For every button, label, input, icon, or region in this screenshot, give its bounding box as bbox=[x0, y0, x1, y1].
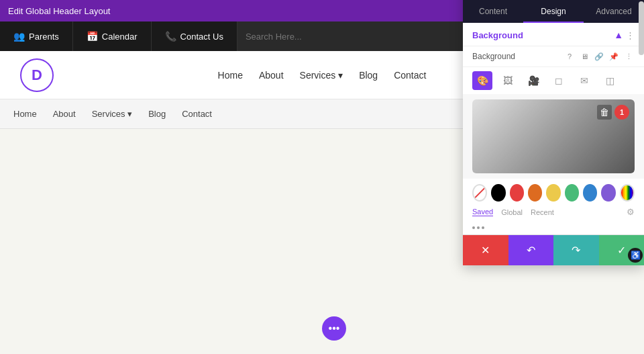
more-dots-row bbox=[463, 224, 644, 234]
second-nav-about[interactable]: About bbox=[53, 109, 76, 119]
page-nav-home[interactable]: Home bbox=[210, 67, 251, 83]
panel-body: Background ▲ ⋮ Background ? 🖥 🔗 📌 ⋮ bbox=[463, 23, 644, 265]
background-section-title: Background bbox=[472, 30, 523, 40]
parents-icon: 👥 bbox=[13, 31, 25, 42]
page-nav-blog[interactable]: Blog bbox=[351, 67, 386, 83]
phone-icon: 📞 bbox=[165, 31, 176, 42]
contact-nav-item[interactable]: 📞 Contact Us bbox=[152, 21, 237, 51]
dot-3 bbox=[482, 226, 484, 229]
scroll-handle[interactable] bbox=[639, 1, 644, 55]
background-type-row: 🎨 🖼 🎥 ◻ ✉ ◫ bbox=[463, 67, 644, 94]
accessibility-icon[interactable]: ♿ bbox=[628, 248, 643, 263]
color-swatches bbox=[472, 184, 635, 202]
background-row: Background ? 🖥 🔗 📌 ⋮ bbox=[463, 46, 644, 67]
gradient-badge: 1 bbox=[614, 105, 629, 120]
help-icon[interactable]: ? bbox=[564, 50, 576, 62]
cancel-icon: ✕ bbox=[481, 244, 490, 257]
second-nav-blog[interactable]: Blog bbox=[148, 109, 166, 119]
action-bar: ✕ ↶ ↷ ✓ bbox=[463, 234, 644, 265]
second-nav-services[interactable]: Services ▾ bbox=[92, 109, 132, 119]
gradient-delete-button[interactable]: 🗑 bbox=[597, 105, 612, 120]
settings-panel: Fullwidth Menu Settings ⛶ ▭ ⋮ Preset: De… bbox=[463, 0, 644, 265]
color-tab-global[interactable]: Global bbox=[501, 208, 523, 216]
contact-label: Contact Us bbox=[180, 32, 223, 42]
page-nav-about[interactable]: About bbox=[251, 67, 292, 83]
bg-type-overlay[interactable]: ◻ bbox=[549, 71, 569, 90]
calendar-nav-item[interactable]: 📅 Calendar bbox=[73, 21, 152, 51]
color-swatch-orange[interactable] bbox=[528, 184, 542, 202]
background-title-text: Background bbox=[472, 30, 523, 40]
bg-type-video[interactable]: 🎥 bbox=[523, 71, 543, 90]
tab-design[interactable]: Design bbox=[523, 1, 584, 23]
redo-icon: ↷ bbox=[572, 244, 580, 257]
undo-icon: ↶ bbox=[527, 244, 535, 257]
background-section-header: Background ▲ ⋮ bbox=[463, 23, 644, 46]
main-area: ••• Fullwidth Menu Settings ⛶ ▭ ⋮ Preset… bbox=[0, 129, 644, 354]
second-nav-contact[interactable]: Contact bbox=[182, 109, 212, 119]
color-swatch-green[interactable] bbox=[565, 184, 579, 202]
background-icons: ? 🖥 🔗 📌 ⋮ bbox=[564, 50, 635, 62]
tab-content[interactable]: Content bbox=[463, 1, 523, 23]
calendar-label: Calendar bbox=[102, 32, 138, 42]
color-tab-saved[interactable]: Saved bbox=[472, 208, 493, 216]
page-nav-links: Home About Services ▾ Blog Contact bbox=[210, 67, 435, 83]
desktop-icon[interactable]: 🖥 bbox=[578, 50, 590, 62]
bg-type-gradient[interactable]: ◫ bbox=[600, 71, 620, 90]
more-dots-button[interactable] bbox=[472, 226, 635, 229]
color-palette: Saved Global Recent ⚙ bbox=[463, 179, 644, 224]
tab-advanced[interactable]: Advanced bbox=[584, 1, 644, 23]
color-swatch-yellow[interactable] bbox=[546, 184, 560, 202]
save-icon: ✓ bbox=[617, 244, 626, 257]
background-label: Background bbox=[472, 52, 515, 61]
bg-type-color[interactable]: 🎨 bbox=[472, 71, 492, 90]
floating-dots-button[interactable]: ••• bbox=[322, 316, 346, 341]
pin-icon[interactable]: 📌 bbox=[608, 50, 620, 62]
color-swatch-red[interactable] bbox=[510, 184, 524, 202]
page-nav-contact[interactable]: Contact bbox=[386, 67, 434, 83]
color-swatch-black[interactable] bbox=[491, 184, 505, 202]
custom-color-button[interactable] bbox=[620, 184, 635, 202]
calendar-icon: 📅 bbox=[87, 31, 98, 42]
bg-type-pattern[interactable]: ✉ bbox=[574, 71, 594, 90]
title-bar-text: Edit Global Header Layout bbox=[8, 6, 110, 16]
more-icon[interactable]: ⋮ bbox=[623, 50, 635, 62]
logo: D bbox=[20, 58, 54, 92]
color-tab-recent[interactable]: Recent bbox=[531, 208, 554, 216]
redo-button[interactable]: ↷ bbox=[553, 235, 599, 265]
bg-options-icon[interactable]: ⋮ bbox=[626, 30, 635, 40]
second-nav-home[interactable]: Home bbox=[13, 109, 37, 119]
collapse-icon[interactable]: ▲ bbox=[614, 30, 623, 40]
parents-nav-item[interactable]: 👥 Parents bbox=[0, 21, 73, 51]
color-swatch-purple[interactable] bbox=[601, 184, 615, 202]
color-tabs-row: Saved Global Recent ⚙ bbox=[472, 207, 635, 221]
link-icon[interactable]: 🔗 bbox=[593, 50, 605, 62]
dot-1 bbox=[472, 226, 475, 229]
transparent-swatch[interactable] bbox=[472, 184, 487, 202]
page-nav-services[interactable]: Services ▾ bbox=[292, 67, 352, 83]
dots-icon: ••• bbox=[329, 322, 340, 335]
panel-tabs: Content Design Advanced bbox=[463, 1, 644, 23]
bg-type-image[interactable]: 🖼 bbox=[498, 71, 518, 90]
parents-label: Parents bbox=[29, 32, 59, 42]
background-section-controls: ▲ ⋮ bbox=[614, 30, 635, 40]
dot-2 bbox=[477, 226, 480, 229]
color-swatch-blue[interactable] bbox=[583, 184, 597, 202]
gear-icon[interactable]: ⚙ bbox=[627, 207, 635, 217]
gradient-preview: 🗑 1 bbox=[472, 99, 635, 173]
undo-button[interactable]: ↶ bbox=[508, 235, 554, 265]
cancel-button[interactable]: ✕ bbox=[463, 235, 508, 265]
